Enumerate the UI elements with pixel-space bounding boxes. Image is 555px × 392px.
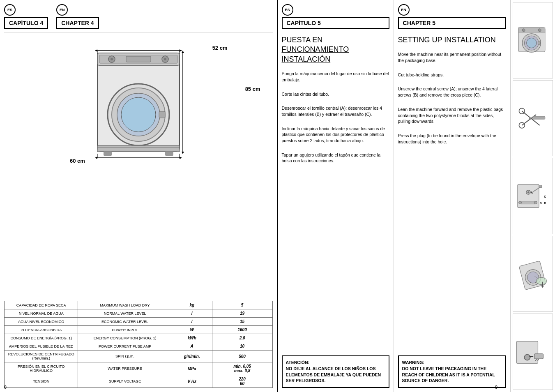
svg-marker-18 [95,49,97,52]
specs-table: CAPACIDAD DE ROPA SECA MAXIMUM WASH LOAD… [4,301,273,388]
spec-value-2: 15 [212,318,272,326]
spec-es-2: AGUA NIVEL ECONOMICO [5,318,78,326]
lang-badge-es-ch4: ES [4,4,16,16]
instruction-en-1: Cut tube-holding straps. [398,72,506,78]
illus-2 [513,80,553,157]
instruction-en-2: Unscrew the central screw (A); unscrew t… [398,86,506,98]
svg-marker-27 [180,157,182,159]
svg-point-51 [534,201,537,204]
svg-point-36 [523,29,525,32]
illus-4 [513,236,553,312]
ch5-title-en: SETTING UP INSTALLATION [398,35,506,45]
instruction-es-4: Tapar un agujero utilizando el tapón que… [282,152,389,164]
svg-point-65 [525,354,530,360]
spec-en-8: SUPPLY VOLTAGE [78,375,172,388]
svg-point-50 [519,201,522,204]
spec-value-8: 220 60 [212,375,272,388]
lang-badge-en-ch4: EN [56,4,68,16]
spec-es-6: REVOLUCIONES DE CENTRIFUGADO (Rev./min.) [5,350,78,362]
spec-value-0: 5 [212,301,272,309]
svg-text:A: A [531,191,533,194]
svg-rect-49 [520,201,536,204]
spec-es-8: TENSION [5,375,78,388]
spec-unit-8: V Hz [172,375,212,388]
spec-es-0: CAPACIDAD DE ROPA SECA [5,301,78,309]
svg-point-4 [111,58,113,60]
svg-point-42 [529,118,531,120]
spec-en-0: MAXIMUM WASH LOAD DRY [78,301,172,309]
svg-text:B: B [540,202,542,205]
spec-es-7: PRESIÓN EN EL CIRCUITO HIDRÁULICO [5,362,78,375]
illustrations-col: A B C B [510,0,555,392]
spec-es-4: CONSUMO DE ENERGÍA (PROG. 1) [5,334,78,342]
ch4-es-header: ES CAPÍTULO 4 [4,4,48,29]
spec-row-6: REVOLUCIONES DE CENTRIFUGADO (Rev./min.)… [5,350,273,362]
chapter-en-label-ch5: CHAPTER 5 [398,17,506,29]
spec-value-4: 2,0 [212,334,272,342]
spec-en-3: POWER INPUT [78,326,172,334]
instruction-en-0: Move the machine near its permanent posi… [398,51,506,63]
warning-es-title: ATENCIÓN: [286,360,385,366]
illus-3-svg: A B C B [515,162,550,230]
illus-4-svg [515,240,550,308]
warning-en: WARNING: DO NOT LEAVE THE PACKAGING IN T… [398,355,506,388]
instruction-es-2: Desenroscar el tornillo central (A); des… [282,105,389,117]
spec-unit-0: kg [172,301,212,309]
warning-en-body: DO NOT LEAVE THE PACKAGING IN THE REACH … [402,366,502,384]
svg-rect-13 [97,145,180,152]
ch5-es-col: ES CAPÍTULO 5 PUESTA EN FUNCIONAMIENTO I… [278,0,394,392]
instruction-es-0: Ponga la máquina cerca del lugar de uso … [282,71,389,83]
svg-rect-43 [533,116,545,119]
left-half: ES CAPÍTULO 4 EN CHAPTER 4 52 cm 85 cm 6… [0,0,278,392]
illus-3: A B C B [513,158,553,234]
page-num-right: 9 [495,385,497,390]
svg-point-6 [164,58,166,60]
svg-point-11 [121,97,156,132]
svg-rect-14 [104,152,112,156]
ch5-en-col: EN CHAPTER 5 SETTING UP INSTALLATION Mov… [394,0,510,392]
spec-unit-2: l [172,318,212,326]
svg-text:C: C [544,195,546,198]
instruction-en-3: Lean the machine forward and remove the … [398,106,506,125]
svg-rect-7 [126,56,151,62]
page-num-left: 8 [4,385,7,390]
spec-unit-1: l [172,309,212,318]
spec-row-8: TENSION SUPPLY VOLTAGE V Hz 220 60 [5,375,273,388]
illus-1-svg [515,6,550,74]
spec-unit-3: W [172,326,212,334]
chapter-es-label: CAPÍTULO 4 [4,17,48,29]
svg-point-34 [527,38,537,48]
svg-rect-35 [538,41,541,45]
spec-es-3: POTENCIA ABSORBIDA [5,326,78,334]
warning-en-title: WARNING: [402,360,502,366]
spec-unit-7: MPa [172,362,212,375]
spec-en-4: ENERGY CONSUMPTION (PROG. 1) [78,334,172,342]
svg-marker-19 [180,49,182,52]
instruction-en-4: Press the plug (to be found in the envel… [398,133,506,145]
spec-row-1: NIVEL NORMAL DE AGUA NORMAL WATER LEVEL … [5,309,273,318]
spec-value-3: 1600 [212,326,272,334]
warning-es: ATENCIÓN: NO DEJE AL ALCANCE DE LOS NIÑO… [282,355,389,388]
illus-5 [513,314,553,390]
svg-text:B: B [544,202,546,205]
dim-width-label: 52 cm [212,45,228,51]
warning-es-body: NO DEJE AL ALCANCE DE LOS NIÑOS LOS ELEM… [286,366,385,384]
spec-value-6: 500 [212,350,272,362]
spec-en-7: WATER PRESSURE [78,362,172,375]
svg-marker-63 [541,286,544,288]
svg-rect-15 [165,152,173,156]
instruction-es-3: Inclinar la máquina hacia delante y saca… [282,126,389,144]
right-half: ES CAPÍTULO 5 PUESTA EN FUNCIONAMIENTO I… [278,0,555,392]
lang-badge-es-ch5: ES [282,4,293,16]
spec-unit-6: giri/min. [172,350,212,362]
chapter-en-label: CHAPTER 4 [56,17,99,29]
instruction-es-1: Corte las cintas del tubo. [282,91,389,97]
ch5-title-es: PUESTA EN FUNCIONAMIENTO INSTALACIÓN [282,35,389,64]
machine-diagram: 52 cm 85 cm 60 cm [4,41,273,172]
page: ES CAPÍTULO 4 EN CHAPTER 4 52 cm 85 cm 6… [0,0,555,392]
svg-marker-24 [182,152,184,154]
spec-en-1: NORMAL WATER LEVEL [78,309,172,318]
spec-es-5: AMPERIOS DEL FUSIBLE DE LA RED [5,342,78,350]
spec-value-7: min. 0,05 max. 0,8 [212,362,272,375]
spec-row-2: AGUA NIVEL ECONOMICO ECONOMIC WATER LEVE… [5,318,273,326]
